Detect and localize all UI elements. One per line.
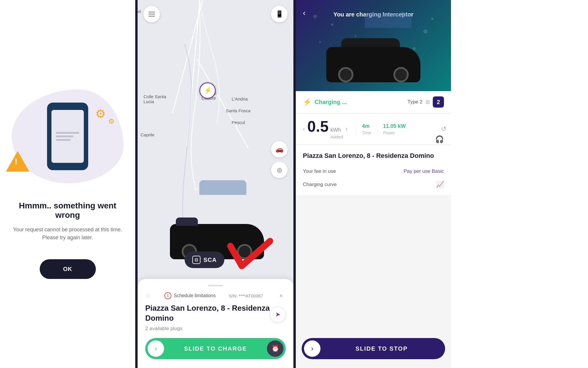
locate-icon: ◎ — [277, 166, 282, 173]
close-button[interactable]: × — [276, 291, 286, 300]
schedule-label: Schedule limitations — [174, 293, 216, 298]
power-stat: 11.05 kW Power — [383, 123, 406, 135]
location-pin[interactable]: ⚡ — [199, 82, 216, 99]
curve-row[interactable]: Charging curve 📈 — [303, 181, 444, 188]
screen-line — [56, 136, 74, 137]
clock-icon: ⏰ — [271, 345, 279, 352]
error-illustration: ⚙ ⚙ — [12, 89, 123, 183]
charging-header: ‹ You are charging Interceptor — [296, 0, 451, 91]
stat-divider-1 — [356, 122, 356, 136]
panel-divider-1 — [135, 0, 138, 368]
power-label: Power — [383, 131, 406, 135]
dot3 — [423, 29, 427, 34]
curve-label: Charging curve — [303, 182, 337, 188]
screen-lines — [56, 132, 79, 141]
charging-status-row: ⚡ Charging ... Type 2 ⊞ 2 — [296, 91, 451, 113]
car-image — [323, 35, 423, 88]
error-title: Hmmm.. something went wrong — [12, 201, 123, 220]
locate-button[interactable]: ◎ — [271, 162, 288, 178]
location-card: ☆ ! Schedule limitations S/N: ****AT0006… — [138, 279, 293, 368]
slide-stop-knob: › — [304, 340, 320, 357]
menu-line — [148, 12, 155, 12]
car-windshield — [199, 180, 246, 195]
map-header: 📱 — [143, 6, 288, 22]
menu-line — [148, 14, 155, 14]
screen-line — [56, 132, 79, 134]
phone-icon: 📱 — [275, 10, 283, 18]
plug-dots-icon: ⊞ — [425, 99, 430, 105]
map-right-buttons: 🚗 ◎ — [271, 141, 288, 178]
car-locate-button[interactable]: 🚗 — [271, 141, 288, 158]
card-handle — [208, 285, 223, 286]
slide-to-stop-button[interactable]: › SLIDE TO STOP — [302, 338, 445, 359]
card-address: Piazza San Lorenzo, 8 - Residenza Domino — [145, 303, 286, 323]
warning-icon — [6, 151, 29, 172]
favorite-button[interactable]: ☆ — [145, 292, 151, 300]
plug-count-badge: 2 — [433, 96, 444, 108]
plug-type-label: Type 2 — [407, 99, 422, 105]
headset-button[interactable]: 🎧 — [435, 135, 444, 143]
pin-circle: ⚡ — [199, 82, 216, 99]
power-value: 11.05 kW — [383, 123, 406, 129]
dot5 — [319, 41, 321, 43]
map-label-caprile: Caprile — [141, 132, 155, 137]
navigate-button[interactable]: ➤ — [270, 307, 286, 322]
refresh-button[interactable]: ↺ — [441, 125, 446, 133]
gear-icon-small: ⚙ — [108, 117, 115, 126]
slide-to-charge-label: SLIDE TO CHARGE — [164, 345, 267, 352]
location-name: Piazza San Lorenzo, 8 - Residenza Domino — [303, 152, 444, 160]
map-label-andria: L'Andria — [232, 96, 248, 101]
phone-button[interactable]: 📱 — [271, 6, 288, 22]
chart-icon: 📈 — [436, 181, 444, 188]
pin-icon: ⚡ — [204, 87, 212, 94]
map-screen: Colle SantaLucia Selva diCadore L'Andria… — [138, 0, 293, 368]
time-value: 4m — [362, 123, 371, 129]
map-label-oi: oi — [138, 9, 141, 14]
red-checkmark — [219, 228, 274, 286]
serial-number: S/N: ****AT00067 — [229, 293, 263, 298]
fee-value: Pay per use Basic — [404, 168, 444, 174]
slide-knob-icon: › — [155, 344, 157, 353]
screen-line — [56, 139, 71, 141]
card-plugs: 2 available plugs — [145, 326, 286, 332]
stat-divider-2 — [377, 122, 377, 136]
car-body-main — [326, 47, 420, 82]
slide-to-charge-button[interactable]: › SLIDE TO CHARGE ⏰ — [145, 338, 286, 359]
menu-icon — [148, 12, 155, 16]
car-wheel-rear — [393, 67, 409, 82]
map-label-colle: Colle SantaLucia — [143, 94, 166, 104]
kwh-value: 0.5 — [307, 119, 328, 134]
car-windshield-front — [365, 13, 412, 28]
scan-label: SCA — [203, 257, 217, 263]
car-wheel-front — [338, 67, 353, 82]
scan-button[interactable]: ⊡ SCA — [185, 252, 224, 268]
panel-divider-2 — [293, 0, 296, 368]
fee-label: Your fee in use — [303, 168, 336, 174]
navigate-icon: ➤ — [275, 311, 280, 318]
charging-type-info: Type 2 ⊞ 2 — [407, 96, 444, 108]
menu-line — [148, 16, 155, 16]
kwh-unit: kWh — [330, 127, 343, 133]
dot2 — [331, 24, 333, 26]
error-subtitle: Your request cannot be processed at this… — [12, 226, 123, 242]
back-button[interactable]: ‹ — [303, 8, 305, 18]
map-label-santa-fosca: Santa Fosca — [226, 108, 250, 113]
car-cabin — [176, 218, 198, 226]
schedule-info[interactable]: ! Schedule limitations — [164, 292, 216, 299]
schedule-button[interactable]: ⏰ — [267, 340, 283, 357]
warning-text: ! — [167, 293, 169, 298]
phone-graphic — [47, 103, 88, 170]
menu-button[interactable] — [143, 6, 160, 22]
map-road — [196, 58, 249, 148]
stats-next-button[interactable]: › — [343, 125, 350, 133]
checkmark-svg — [220, 228, 274, 282]
stats-prev-button[interactable]: ‹ — [300, 125, 307, 133]
time-stat: 4m Time — [362, 123, 371, 135]
gear-icon-large: ⚙ — [95, 107, 106, 121]
charging-screen: ‹ You are charging Interceptor ⚡ Chargin… — [296, 0, 451, 368]
location-section: Piazza San Lorenzo, 8 - Residenza Domino… — [296, 145, 451, 195]
ok-button[interactable]: OK — [40, 259, 96, 279]
charging-status-text: Charging ... — [315, 99, 347, 106]
triangle-shape — [6, 151, 29, 172]
car-icon: 🚗 — [275, 145, 283, 153]
